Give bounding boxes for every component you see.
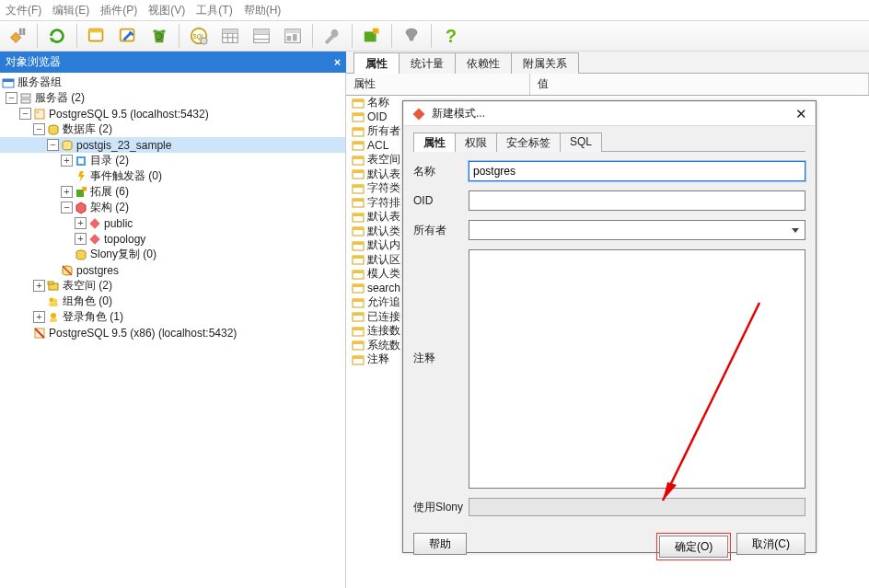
owner-select[interactable]: [469, 220, 805, 240]
expand-toggle[interactable]: −: [33, 123, 45, 135]
close-icon[interactable]: ✕: [795, 106, 807, 122]
tab-properties[interactable]: 属性: [353, 52, 400, 74]
expand-toggle[interactable]: −: [6, 92, 17, 104]
property-icon: [352, 325, 365, 338]
tree-root[interactable]: 服务器组: [17, 75, 62, 90]
svg-rect-39: [49, 303, 58, 306]
help-icon[interactable]: ?: [437, 23, 465, 49]
property-label: 默认内: [367, 237, 400, 253]
menu-file[interactable]: 文件(F): [6, 3, 41, 18]
svg-rect-15: [287, 36, 292, 41]
property-label: 连接数: [367, 323, 400, 339]
tree-pg95-x86[interactable]: PostgreSQL 9.5 (x86) (localhost:5432): [49, 327, 237, 340]
svg-rect-3: [89, 29, 103, 33]
menu-tools[interactable]: 工具(T): [196, 3, 232, 18]
expand-toggle[interactable]: −: [19, 108, 31, 120]
dialog-tab-sql[interactable]: SQL: [560, 133, 602, 152]
tree-schema-topology[interactable]: topology: [104, 233, 145, 246]
property-label: 模人类: [367, 266, 400, 282]
expand-toggle[interactable]: +: [75, 217, 87, 229]
expand-toggle[interactable]: +: [75, 233, 87, 245]
table-icon[interactable]: [248, 23, 275, 49]
filter-icon[interactable]: [398, 23, 425, 49]
expand-toggle[interactable]: −: [61, 202, 73, 213]
close-icon[interactable]: ×: [334, 56, 341, 69]
svg-rect-69: [353, 271, 364, 273]
tree-db-sample[interactable]: postgis_23_sample: [76, 139, 171, 152]
tree-extensions[interactable]: 拓展 (6): [90, 184, 129, 200]
object-tree[interactable]: 服务器组 − 服务器 (2) − PostgreSQL 9.5 (localho…: [0, 73, 346, 588]
svg-rect-41: [50, 318, 57, 322]
servers-icon: [19, 92, 32, 105]
menu-edit[interactable]: 编辑(E): [52, 3, 89, 18]
svg-rect-22: [21, 99, 30, 103]
svg-rect-61: [353, 213, 364, 216]
report-icon[interactable]: [279, 23, 307, 49]
database-icon: [61, 139, 74, 152]
ok-button[interactable]: 确定(O): [659, 536, 728, 558]
menu-plugins[interactable]: 插件(P): [100, 3, 137, 18]
property-label: 默认表: [367, 209, 400, 225]
tree-slony[interactable]: Slony复制 (0): [90, 247, 156, 262]
dialog-tab-properties[interactable]: 属性: [413, 133, 456, 152]
name-label: 名称: [413, 164, 469, 179]
svg-rect-14: [285, 29, 301, 34]
tab-dependents[interactable]: 附属关系: [511, 52, 579, 74]
tree-schema-public[interactable]: public: [104, 217, 133, 230]
svg-rect-75: [353, 313, 364, 316]
schema-icon: [88, 233, 101, 246]
create-icon[interactable]: [114, 23, 142, 49]
comment-textarea[interactable]: [469, 249, 805, 489]
tree-databases[interactable]: 数据库 (2): [63, 121, 112, 137]
help-button[interactable]: 帮助: [413, 533, 467, 555]
property-label: 默认类: [367, 224, 400, 239]
extensions-icon: [75, 186, 87, 199]
servergroup-icon: [2, 76, 15, 89]
tab-dependencies[interactable]: 依赖性: [455, 52, 512, 74]
properties-icon[interactable]: [83, 23, 110, 49]
tree-group-roles[interactable]: 组角色 (0): [63, 294, 112, 309]
tree-catalogs[interactable]: 目录 (2): [90, 153, 129, 168]
tree-db-postgres[interactable]: postgres: [76, 264, 119, 277]
name-input[interactable]: [469, 161, 805, 181]
dialog-tab-security[interactable]: 安全标签: [496, 133, 561, 152]
property-icon: [352, 110, 365, 123]
trash-icon[interactable]: [145, 23, 173, 49]
login-roles-icon: [47, 311, 60, 324]
tree-event-triggers[interactable]: 事件触发器 (0): [90, 168, 162, 184]
sql-query-icon[interactable]: SQL: [185, 23, 213, 49]
plugin-icon[interactable]: [358, 23, 386, 49]
tree-pg95[interactable]: PostgreSQL 9.5 (localhost:5432): [49, 108, 209, 121]
refresh-icon[interactable]: [43, 23, 71, 49]
tree-servers[interactable]: 服务器 (2): [35, 90, 85, 106]
property-label: 名称: [367, 96, 389, 110]
expand-toggle[interactable]: +: [61, 155, 73, 167]
object-browser-title: 对象浏览器 ×: [0, 52, 346, 73]
plug-icon[interactable]: [4, 23, 31, 49]
expand-toggle[interactable]: −: [47, 139, 59, 151]
cancel-button[interactable]: 取消(C): [736, 533, 805, 555]
svg-rect-47: [353, 113, 364, 116]
property-label: 默认区: [367, 252, 400, 268]
property-label: 字符类: [367, 180, 400, 196]
tree-login-roles[interactable]: 登录角色 (1): [63, 309, 123, 325]
svg-rect-0: [19, 29, 22, 35]
expand-toggle[interactable]: +: [33, 311, 45, 323]
expand-toggle[interactable]: +: [61, 186, 73, 198]
schemas-icon: [75, 202, 87, 214]
oid-input[interactable]: [469, 190, 805, 211]
svg-rect-77: [353, 328, 364, 330]
oid-label: OID: [413, 194, 469, 207]
tree-tablespaces[interactable]: 表空间 (2): [63, 278, 112, 294]
grid-icon[interactable]: [216, 23, 244, 49]
tree-schemas[interactable]: 架构 (2): [90, 200, 129, 215]
svg-rect-36: [48, 282, 53, 284]
menu-view[interactable]: 视图(V): [148, 3, 185, 18]
svg-rect-53: [353, 156, 364, 159]
menu-help[interactable]: 帮助(H): [244, 3, 282, 18]
dialog-tab-privileges[interactable]: 权限: [455, 133, 497, 152]
property-label: 系统数: [367, 338, 400, 353]
wrench-icon[interactable]: [319, 23, 346, 49]
expand-toggle[interactable]: +: [33, 280, 45, 292]
tab-statistics[interactable]: 统计量: [399, 52, 456, 74]
